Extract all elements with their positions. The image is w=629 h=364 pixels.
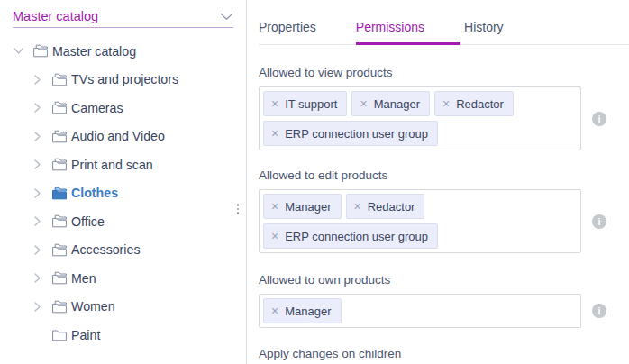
group-tag[interactable]: Manager [263,298,342,323]
own-products-tag-input[interactable]: Manager [259,294,581,328]
view-products-label: Allowed to view products [259,66,629,79]
tree-item-cameras[interactable]: Cameras [0,94,246,123]
remove-tag-icon[interactable] [360,96,367,111]
group-tag[interactable]: Redactor [434,91,514,116]
tree-item-women[interactable]: Women [0,293,246,322]
folder-icon [51,73,68,86]
chevron-right-icon[interactable] [32,74,43,86]
remove-tag-icon[interactable] [271,304,278,318]
edit-products-field: Manager Redactor ERP connection user gro… [259,189,629,253]
remove-tag-icon[interactable] [271,96,278,111]
chevron-down-icon [220,13,233,21]
folder-icon [51,243,68,257]
group-tag[interactable]: ERP connection user group [263,223,438,249]
folder-icon [51,300,68,314]
tree-item-paint[interactable]: Paint [0,321,246,350]
remove-tag-icon[interactable] [442,96,450,111]
tab-history[interactable]: History [464,20,540,45]
tree-item-audio-and-video[interactable]: Audio and Video [0,123,246,151]
group-tag[interactable]: ERP connection user group [263,121,438,146]
chevron-right-icon[interactable] [32,215,43,227]
group-tag[interactable]: Manager [263,194,342,219]
tab-properties[interactable]: Properties [259,20,352,45]
view-products-tag-input[interactable]: IT support Manager Redactor ERP connecti… [259,86,581,150]
tree-item-office[interactable]: Office [0,207,246,236]
chevron-right-icon[interactable] [32,102,43,114]
folder-icon [51,101,68,114]
folder-icon [51,271,68,285]
tree-item-clothes[interactable]: Clothes [0,179,246,208]
category-tree-panel: Master catalog Master catalog TVs and pr… [0,0,247,364]
tree-item-print-and-scan[interactable]: Print and scan [0,150,246,179]
chevron-right-icon[interactable] [32,131,43,142]
folder-icon [51,328,68,341]
remove-tag-icon[interactable] [354,199,361,214]
chevron-right-icon[interactable] [32,244,43,256]
tab-bar: Properties Permissions History [259,20,629,45]
tree-item-tvs-and-projectors[interactable]: TVs and projectors [0,66,246,95]
folder-icon [51,158,68,171]
chevron-right-icon[interactable] [32,301,43,313]
folder-icon [51,130,68,143]
catalog-selector-label: Master catalog [13,9,98,23]
tree-item-master-catalog[interactable]: Master catalog [0,37,246,66]
own-products-label: Allowed to own products [259,273,629,287]
chevron-right-icon[interactable] [32,272,43,284]
category-tree: Master catalog TVs and projectors Camera… [0,37,246,350]
catalog-selector[interactable]: Master catalog [13,9,233,28]
folder-icon [32,44,49,58]
edit-products-label: Allowed to edit products [259,168,629,182]
group-tag[interactable]: IT support [263,91,347,116]
info-icon[interactable] [592,214,606,229]
group-tag[interactable]: Manager [351,91,430,116]
own-products-field: Manager [259,294,629,328]
group-tag[interactable]: Redactor [346,194,425,219]
info-icon[interactable] [592,304,606,318]
edit-products-tag-input[interactable]: Manager Redactor ERP connection user gro… [259,189,581,253]
remove-tag-icon[interactable] [271,199,278,214]
folder-open-icon [51,187,68,200]
tab-permissions[interactable]: Permissions [356,20,460,45]
category-permissions-screen: Master catalog Master catalog TVs and pr… [0,0,629,364]
apply-children-label: Apply changes on children [259,347,629,360]
chevron-right-icon[interactable] [32,159,43,170]
tree-item-accessories[interactable]: Accessories [0,236,246,265]
tree-item-men[interactable]: Men [0,264,246,293]
chevron-down-icon[interactable] [13,45,24,57]
folder-icon [51,214,68,228]
remove-tag-icon[interactable] [271,229,278,243]
chevron-right-icon[interactable] [32,187,43,199]
info-icon[interactable] [592,112,606,126]
panel-resize-handle[interactable] [237,204,240,214]
remove-tag-icon[interactable] [271,126,278,141]
view-products-field: IT support Manager Redactor ERP connecti… [259,86,629,150]
category-edit-panel: Properties Permissions History Allowed t… [247,0,629,364]
